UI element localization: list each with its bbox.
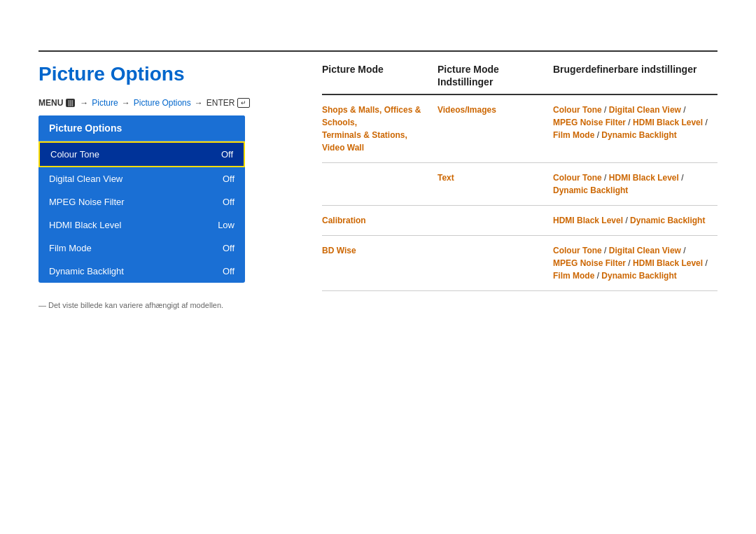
breadcrumb-options: Picture Options <box>134 98 191 108</box>
row4-setting <box>438 244 553 282</box>
hdmi-black-level-label: HDMI Black Level <box>49 220 121 230</box>
footnote: ― Det viste billede kan variere afhængig… <box>38 301 223 309</box>
table-row-2: Text Colour Tone / HDMI Black Level / Dy… <box>322 163 718 206</box>
breadcrumb-arrow2: → <box>122 98 130 108</box>
row3-mode: Calibration <box>322 214 438 227</box>
dynamic-backlight-value: Off <box>223 266 234 276</box>
colour-tone-label: Colour Tone <box>50 149 99 160</box>
panel-header: Picture Options <box>38 115 245 141</box>
breadcrumb-arrow1: → <box>80 98 88 108</box>
breadcrumb-arrow3: → <box>195 98 203 108</box>
row1-setting: Videos/Images <box>438 104 553 154</box>
col-header-bruger: Brugerdefinerbare indstillinger <box>553 63 718 88</box>
table-row-1: Shops & Malls, Offices & Schools,Termina… <box>322 95 718 163</box>
breadcrumb-picture: Picture <box>92 98 118 108</box>
top-divider <box>38 50 718 52</box>
digital-clean-view-label: Digital Clean View <box>49 174 122 184</box>
row3-user-settings: HDMI Black Level / Dynamic Backlight <box>553 214 718 227</box>
menu-item-film-mode[interactable]: Film Mode Off <box>38 237 245 260</box>
row1-user-settings: Colour Tone / Digital Clean View / MPEG … <box>553 104 718 154</box>
table-header: Picture Mode Picture ModeIndstillinger B… <box>322 63 718 95</box>
row4-user-settings: Colour Tone / Digital Clean View / MPEG … <box>553 244 718 282</box>
row1-mode: Shops & Malls, Offices & Schools,Termina… <box>322 104 438 154</box>
dynamic-backlight-label: Dynamic Backlight <box>49 266 124 276</box>
table-area: Picture Mode Picture ModeIndstillinger B… <box>322 63 718 291</box>
colour-tone-value: Off <box>221 149 233 160</box>
hdmi-black-level-value: Low <box>218 220 234 230</box>
film-mode-label: Film Mode <box>49 243 92 253</box>
table-row-calibration: Calibration HDMI Black Level / Dynamic B… <box>322 206 718 236</box>
row4-mode: BD Wise <box>322 244 438 282</box>
menu-item-digital-clean-view[interactable]: Digital Clean View Off <box>38 167 245 190</box>
breadcrumb-enter: ENTER <box>206 98 235 108</box>
menu-item-mpeg-noise-filter[interactable]: MPEG Noise Filter Off <box>38 190 245 213</box>
mpeg-noise-filter-label: MPEG Noise Filter <box>49 197 125 207</box>
col-header-picture-mode: Picture Mode <box>322 63 438 88</box>
digital-clean-view-value: Off <box>223 174 234 184</box>
menu-item-hdmi-black-level[interactable]: HDMI Black Level Low <box>38 213 245 237</box>
menu-item-dynamic-backlight[interactable]: Dynamic Backlight Off <box>38 260 245 283</box>
breadcrumb-menu: MENU <box>38 98 63 108</box>
row2-mode <box>322 171 438 197</box>
row2-setting: Text <box>438 171 553 197</box>
row2-user-settings: Colour Tone / HDMI Black Level / Dynamic… <box>553 171 718 197</box>
table-row-bdwise: BD Wise Colour Tone / Digital Clean View… <box>322 236 718 291</box>
breadcrumb: MENU ||| → Picture → Picture Options → E… <box>38 98 250 108</box>
enter-icon: ↵ <box>237 98 250 108</box>
mpeg-noise-filter-value: Off <box>223 197 234 207</box>
row3-setting <box>438 214 553 227</box>
picture-options-panel: Picture Options Colour Tone Off Digital … <box>38 115 245 283</box>
menu-item-colour-tone[interactable]: Colour Tone Off <box>38 141 245 167</box>
col-header-indstillinger: Picture ModeIndstillinger <box>438 63 553 88</box>
film-mode-value: Off <box>223 243 234 253</box>
menu-icon: ||| <box>66 99 75 107</box>
page-title: Picture Options <box>38 63 184 85</box>
